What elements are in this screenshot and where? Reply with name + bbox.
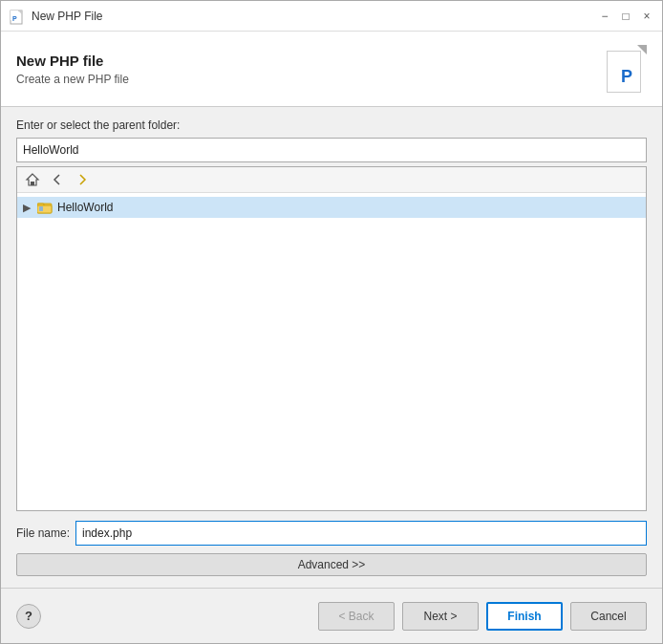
footer-buttons: < Back Next > Finish Cancel <box>318 602 647 631</box>
home-button[interactable] <box>23 170 42 189</box>
svg-rect-9 <box>39 206 43 211</box>
maximize-button[interactable]: □ <box>618 9 633 24</box>
forward-nav-button[interactable] <box>73 170 92 189</box>
header-section: New PHP file Create a new PHP file P <box>1 32 662 107</box>
header-text: New PHP file Create a new PHP file <box>16 53 607 86</box>
file-name-row: File name: <box>16 521 647 546</box>
icon-fold <box>637 45 647 54</box>
file-name-input[interactable] <box>75 521 647 546</box>
dialog-subtitle: Create a new PHP file <box>16 73 607 86</box>
folder-input[interactable] <box>16 138 647 162</box>
window-icon: P <box>9 8 26 25</box>
tree-toolbar <box>17 167 646 193</box>
help-button[interactable]: ? <box>16 604 41 629</box>
main-content: Enter or select the parent folder: <box>1 107 662 588</box>
close-button[interactable]: × <box>639 9 654 24</box>
window-title: New PHP File <box>32 10 597 23</box>
dialog-title: New PHP file <box>16 53 607 69</box>
tree-body: ▶ HelloWorld <box>17 193 646 510</box>
tree-expand-arrow: ▶ <box>23 202 36 214</box>
icon-p-letter: P <box>621 67 632 87</box>
advanced-button[interactable]: Advanced >> <box>16 553 647 576</box>
footer-left: ? <box>16 604 41 629</box>
svg-text:P: P <box>12 15 17 22</box>
folder-tree-container: ▶ HelloWorld <box>16 166 647 511</box>
folder-label: Enter or select the parent folder: <box>16 118 647 132</box>
php-file-icon: P <box>607 45 647 93</box>
new-php-file-dialog: P New PHP File − □ × New PHP file Create… <box>0 0 663 644</box>
tree-item-helloworld[interactable]: ▶ HelloWorld <box>17 197 646 218</box>
tree-item-label: HelloWorld <box>57 201 113 214</box>
back-button[interactable]: < Back <box>318 602 395 631</box>
finish-button[interactable]: Finish <box>486 602 563 631</box>
file-name-label: File name: <box>16 526 70 540</box>
folder-icon <box>36 199 53 216</box>
title-bar: P New PHP File − □ × <box>1 1 662 32</box>
back-nav-button[interactable] <box>48 170 67 189</box>
svg-rect-5 <box>31 182 34 185</box>
dialog-footer: ? < Back Next > Finish Cancel <box>1 588 662 643</box>
window-controls: − □ × <box>597 9 654 24</box>
cancel-button[interactable]: Cancel <box>570 602 647 631</box>
next-button[interactable]: Next > <box>402 602 479 631</box>
minimize-button[interactable]: − <box>597 9 612 24</box>
